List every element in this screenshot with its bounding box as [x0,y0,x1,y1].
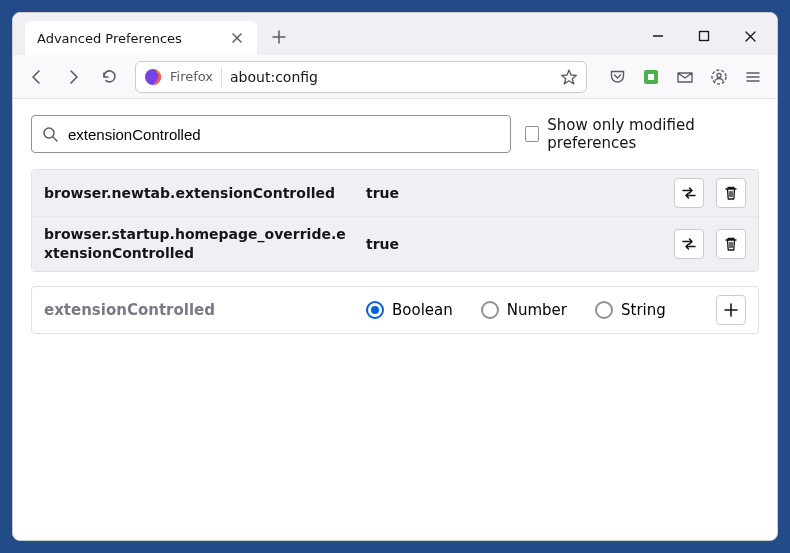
radio-label: String [621,301,666,319]
pref-name: browser.startup.homepage_override.extens… [44,225,354,263]
show-modified-checkbox[interactable]: Show only modified preferences [525,116,759,152]
browser-window: Advanced Preferences [12,12,778,541]
menu-button[interactable] [737,61,769,93]
separator [221,67,222,87]
search-icon [42,126,58,142]
radio-icon [481,301,499,319]
add-pref-name: extensionControlled [44,301,354,319]
search-input[interactable] [68,126,500,143]
radio-number[interactable]: Number [481,301,567,319]
close-tab-icon[interactable] [229,30,245,46]
account-icon[interactable] [703,61,735,93]
close-button[interactable] [727,21,773,51]
forward-button[interactable] [57,61,89,93]
preference-list: browser.newtab.extensionControlled true … [31,169,759,272]
add-preference-row: extensionControlled Boolean Number Strin… [31,286,759,334]
preference-row[interactable]: browser.newtab.extensionControlled true [32,170,758,217]
type-radios: Boolean Number String [366,301,704,319]
identity-label: Firefox [170,69,213,84]
back-button[interactable] [21,61,53,93]
radio-label: Boolean [392,301,453,319]
tab-title: Advanced Preferences [37,31,182,46]
pref-name: browser.newtab.extensionControlled [44,184,354,203]
pref-value: true [366,236,662,252]
bookmark-star-icon[interactable] [560,68,578,86]
reload-button[interactable] [93,61,125,93]
search-box[interactable] [31,115,511,153]
preference-row[interactable]: browser.startup.homepage_override.extens… [32,217,758,271]
radio-string[interactable]: String [595,301,666,319]
toggle-button[interactable] [674,178,704,208]
new-tab-button[interactable] [263,21,295,53]
pref-value: true [366,185,662,201]
minimize-button[interactable] [635,21,681,51]
tab-active[interactable]: Advanced Preferences [25,21,257,55]
mail-icon[interactable] [669,61,701,93]
checkbox-label: Show only modified preferences [547,116,759,152]
toolbar-right [601,61,769,93]
delete-button[interactable] [716,229,746,259]
tab-bar: Advanced Preferences [13,13,777,55]
add-button[interactable] [716,295,746,325]
radio-boolean[interactable]: Boolean [366,301,453,319]
pocket-icon[interactable] [601,61,633,93]
navigation-toolbar: Firefox about:config [13,55,777,99]
svg-rect-0 [700,32,709,41]
toggle-button[interactable] [674,229,704,259]
delete-button[interactable] [716,178,746,208]
window-controls [635,21,773,51]
radio-icon [595,301,613,319]
search-row: Show only modified preferences [31,115,759,153]
svg-point-5 [717,73,721,77]
radio-label: Number [507,301,567,319]
checkbox-icon [525,126,539,142]
maximize-button[interactable] [681,21,727,51]
extension-icon[interactable] [635,61,667,93]
about-config-content: Show only modified preferences browser.n… [13,99,777,540]
firefox-icon [144,68,162,86]
radio-icon [366,301,384,319]
url-text: about:config [230,69,318,85]
svg-rect-3 [648,74,654,80]
url-bar[interactable]: Firefox about:config [135,61,587,93]
